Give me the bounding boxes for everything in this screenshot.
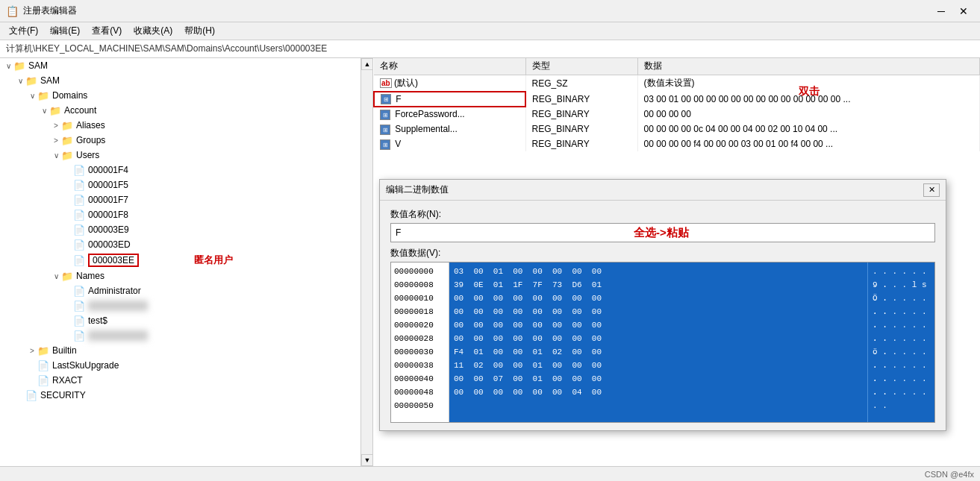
menu-view[interactable]: 查看(V) (86, 23, 128, 39)
scrollbar-up[interactable]: ▲ (361, 58, 373, 70)
name-label: 数值名称(N): (390, 208, 935, 221)
folder-icon: 📁 (37, 90, 49, 101)
tree-item-builtin[interactable]: > 📁 Builtin (0, 343, 372, 358)
tree-item-rxact[interactable]: 📄 RXACT (0, 373, 372, 388)
tree-item-account[interactable]: ∨ 📁 Account (0, 103, 372, 118)
list-item[interactable]: 📄 000001F4 (0, 163, 372, 177)
tree-label: Groups (76, 135, 105, 145)
list-item[interactable]: 📄 000003E9 (0, 222, 372, 237)
menu-file[interactable]: 文件(F) (3, 23, 44, 39)
hex-addresses: 00000000 00000008 00000010 00000018 0000… (391, 262, 449, 422)
hex-address-row: 00000018 (394, 305, 446, 318)
hex-address-row: 00000000 (394, 265, 446, 278)
hex-row (454, 399, 863, 412)
tree-item-aliases[interactable]: > 📁 Aliases (0, 118, 372, 133)
tree-panel[interactable]: ∨ 📁 SAM ∨ 📁 SAM ∨ 📁 Domains ∨ 📁 Account (0, 58, 373, 466)
tree-label-blurred (88, 301, 148, 311)
hex-address-row: 00000038 (394, 359, 446, 372)
list-item[interactable]: 📄 000001F8 (0, 207, 372, 222)
hex-editor[interactable]: 00000000 00000008 00000010 00000018 0000… (390, 262, 935, 423)
hex-row: 00 00 00 00 00 00 00 00 (454, 305, 863, 318)
tree-item-000003ee[interactable]: 000003EE (88, 254, 139, 267)
folder-icon: 📁 (61, 271, 73, 282)
reg-type: REG_SZ (525, 75, 637, 92)
reg-name: ⊞ Supplemental... (374, 122, 525, 136)
titlebar: 📋 注册表编辑器 ─ ✕ (0, 0, 980, 22)
expand-icon: ∨ (51, 272, 61, 280)
tree-item-users[interactable]: ∨ 📁 Users (0, 148, 372, 163)
reg-data: 00 00 00 00 0c 04 00 00 04 00 02 00 10 0… (637, 122, 979, 136)
hex-address-row: 00000050 (394, 399, 446, 412)
folder-icon: 📁 (37, 345, 49, 356)
folder-icon: 📁 (61, 135, 73, 146)
folder-icon: 📄 (73, 165, 85, 176)
hex-ascii-row: . . . . . . . . (873, 265, 930, 278)
reg-name: ⊞ V (374, 136, 525, 151)
reg-name: ⊞ ForcePassword... (374, 107, 525, 122)
name-input[interactable] (390, 223, 935, 242)
list-item[interactable]: 📄 000001F5 (0, 177, 372, 192)
hex-row: 00 00 07 00 01 00 00 00 (454, 372, 863, 386)
tree-item-sam[interactable]: ∨ 📁 SAM (0, 73, 372, 88)
expand-icon: > (27, 347, 37, 355)
expand-icon: ∨ (3, 62, 13, 70)
reg-bin-icon: ⊞ (381, 94, 391, 104)
app-title: 注册表编辑器 (23, 4, 931, 17)
menu-edit[interactable]: 编辑(E) (44, 23, 86, 39)
tree-label: SECURITY (40, 390, 86, 400)
tree-label: Aliases (76, 120, 105, 131)
tree-label: 000001F4 (88, 165, 128, 175)
hex-address-row: 00000010 (394, 292, 446, 305)
dialog-close-button[interactable]: ✕ (923, 183, 940, 197)
hex-address-row: 00000020 (394, 318, 446, 332)
list-item[interactable]: 📄 000003ED (0, 237, 372, 252)
hex-ascii: . . . . . . . . 9 . . . l s Ö . . . . . … (867, 262, 934, 422)
table-row-f[interactable]: ⊞ F REG_BINARY 03 00 01 00 00 00 00 00 0… (374, 92, 980, 107)
tree-item-names[interactable]: ∨ 📁 Names (0, 268, 372, 283)
statusbar: CSDN @e4fx (0, 466, 980, 481)
hex-values[interactable]: 03 00 01 00 00 00 00 00 39 0E 01 1F 7F 7… (449, 262, 867, 422)
expand-icon: ∨ (15, 77, 25, 85)
tree-label: Builtin (52, 345, 77, 356)
expand-icon: > (51, 122, 61, 130)
tree-label: 000003ED (88, 239, 131, 250)
dialog-title: 编辑二进制数值 (386, 183, 923, 196)
tree-scrollbar[interactable]: ▲ ▼ (361, 58, 372, 466)
hex-ascii-row: . . . . . . . . (873, 359, 930, 372)
folder-icon: 📁 (25, 75, 37, 87)
folder-icon: 📄 (73, 301, 85, 312)
menubar: 文件(F) 编辑(E) 查看(V) 收藏夹(A) 帮助(H) (0, 22, 980, 40)
list-item[interactable]: 📄 test$ (0, 313, 372, 328)
hex-ascii-row: . . . . . . . . (873, 292, 930, 305)
scrollbar-down[interactable]: ▼ (361, 454, 373, 466)
name-section: 数值名称(N): (390, 208, 935, 242)
addressbar: 计算机\HKEY_LOCAL_MACHINE\SAM\SAM\Domains\A… (0, 40, 980, 58)
tree-item-security[interactable]: 📄 SECURITY (0, 388, 372, 403)
folder-icon: 📄 (73, 239, 85, 251)
minimize-button[interactable]: ─ (931, 4, 952, 19)
tree-item-lastsku[interactable]: 📄 LastSkuUpgrade (0, 358, 372, 373)
tree-item-groups[interactable]: > 📁 Groups (0, 133, 372, 148)
tree-label: LastSkuUpgrade (52, 360, 119, 371)
table-row[interactable]: ⊞ V REG_BINARY 00 00 00 00 f4 00 00 00 0… (374, 136, 980, 151)
table-row[interactable]: ab (默认) REG_SZ (数值未设置) (374, 75, 980, 92)
close-button[interactable]: ✕ (953, 4, 974, 19)
list-item[interactable]: 📄 (0, 328, 372, 343)
list-item[interactable]: 📄 Administrator (0, 283, 372, 298)
list-item[interactable]: 📄 000001F7 (0, 192, 372, 207)
col-data: 数据 (637, 58, 979, 75)
watermark: CSDN @e4fx (925, 470, 974, 479)
menu-favorites[interactable]: 收藏夹(A) (128, 23, 178, 39)
dialog-body: 数值名称(N): 数值数据(V): 00000000 00000008 0000… (380, 201, 946, 430)
tree-item-sam-root[interactable]: ∨ 📁 SAM (0, 58, 372, 73)
table-row[interactable]: ⊞ Supplemental... REG_BINARY 00 00 00 00… (374, 122, 980, 136)
list-item[interactable]: 📄 (0, 298, 372, 313)
tree-item-domains[interactable]: ∨ 📁 Domains (0, 88, 372, 103)
table-row[interactable]: ⊞ ForcePassword... REG_BINARY 00 00 00 0… (374, 107, 980, 122)
folder-icon: 📄 (73, 315, 85, 327)
hex-row: 03 00 01 00 00 00 00 00 (454, 265, 863, 278)
menu-help[interactable]: 帮助(H) (178, 23, 221, 39)
hex-ascii-row: 9 . . . l s Ö . (873, 278, 930, 292)
hex-address-row: 00000040 (394, 372, 446, 386)
tree-label: SAM (28, 60, 48, 71)
